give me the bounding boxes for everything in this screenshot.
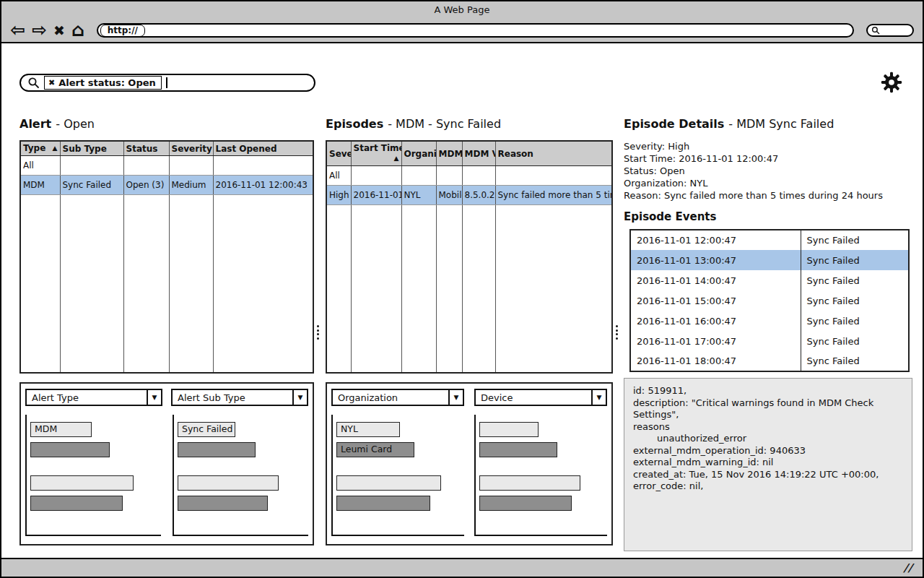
panel-subtitle-text: - MDM - Sync Failed <box>388 117 501 131</box>
chart-bar[interactable] <box>479 496 572 511</box>
column-label: Severity <box>329 149 351 159</box>
table-cell <box>123 156 169 176</box>
chart-bar[interactable] <box>479 442 557 457</box>
chevron-down-icon[interactable]: ▼ <box>292 390 307 405</box>
details-panel-title: Episode Details- MDM Sync Failed <box>624 117 912 136</box>
top-filter-bar: ✖ Alert status: Open <box>19 74 910 100</box>
episode-details-panel: Episode Details- MDM Sync Failed Severit… <box>624 117 912 551</box>
episode-row-selected[interactable]: High 2016-11-01 NYL Mobile 8.5.0.2 Sync … <box>326 186 612 205</box>
table-cell: 2016-11-01 12:00:43 <box>213 176 313 195</box>
panel-splitter[interactable] <box>614 117 620 547</box>
chart-bar[interactable] <box>178 475 279 491</box>
alert-panel-title: Alert- Open <box>19 117 314 136</box>
chart-bar[interactable] <box>479 422 539 437</box>
settings-gear-icon[interactable] <box>879 70 904 95</box>
alert-table: Type▲ Sub Type Status Severity Last Open… <box>19 140 314 374</box>
column-header-organization[interactable]: Organization <box>401 141 436 166</box>
browser-titlebar: A Web Page <box>1 1 923 19</box>
episodes-charts: NYLLeumi Card <box>331 415 607 536</box>
episode-event-row[interactable]: 2016-11-01 16:00:47 Sync Failed <box>630 311 909 331</box>
browser-title: A Web Page <box>435 4 490 15</box>
chart-bar-nyl[interactable]: NYL <box>336 422 400 437</box>
chart-bar[interactable] <box>479 475 580 491</box>
column-header-severity[interactable]: Severity <box>326 141 351 166</box>
home-icon[interactable]: ⌂ <box>71 20 84 41</box>
column-header-severity[interactable]: Severity <box>169 141 213 156</box>
chevron-down-icon[interactable]: ▼ <box>591 390 606 405</box>
remove-filter-icon[interactable]: ✖ <box>48 78 55 87</box>
column-header-status[interactable]: Status <box>123 141 169 156</box>
chart-bar[interactable] <box>178 442 256 457</box>
filter-tag[interactable]: ✖ Alert status: Open <box>44 76 162 90</box>
panel-splitter[interactable] <box>315 117 321 547</box>
resize-handle-icon[interactable]: // <box>902 561 916 574</box>
event-name: Sync Failed <box>801 351 909 371</box>
table-cell: High <box>326 186 351 205</box>
column-label: Start Time <box>354 143 402 153</box>
chevron-down-icon[interactable]: ▼ <box>448 390 463 405</box>
episode-event-row[interactable]: 2016-11-01 15:00:47 Sync Failed <box>630 290 909 311</box>
episode-event-row[interactable]: 2016-11-01 12:00:47 Sync Failed <box>630 230 909 250</box>
table-cell: Open (3) <box>123 176 169 195</box>
episode-event-row[interactable]: 2016-11-01 17:00:47 Sync Failed <box>630 331 909 351</box>
column-header-reason[interactable]: Reason <box>495 141 612 166</box>
device-dropdown[interactable]: Device ▼ <box>474 389 607 406</box>
sort-asc-icon: ▲ <box>394 153 399 164</box>
text-cursor <box>166 77 167 88</box>
browser-search-box[interactable] <box>866 24 914 37</box>
column-label: Last Opened <box>216 144 277 154</box>
episode-events-heading: Episode Events <box>624 210 912 225</box>
dropdown-label: Alert Sub Type <box>173 392 292 403</box>
column-header-sub-type[interactable]: Sub Type <box>60 141 123 156</box>
column-header-mdm-version[interactable]: MDM Version <box>462 141 495 166</box>
alert-charts: MDM Sync Failed <box>25 415 308 536</box>
chevron-down-icon[interactable]: ▼ <box>147 390 161 405</box>
column-header-type[interactable]: Type▲ <box>20 141 60 156</box>
chart-bar[interactable] <box>336 475 441 491</box>
chart-bar-mdm[interactable]: MDM <box>30 422 92 437</box>
back-arrow-icon[interactable]: ⇦ <box>10 20 25 41</box>
splitter-handle-icon[interactable] <box>317 325 319 340</box>
table-cell <box>495 166 612 186</box>
column-label: Severity <box>172 144 212 154</box>
dropdown-label: Device <box>476 392 591 403</box>
organization-dropdown[interactable]: Organization ▼ <box>331 389 464 406</box>
chart-bar[interactable] <box>30 442 110 457</box>
alert-sub-type-dropdown[interactable]: Alert Sub Type ▼ <box>171 389 308 406</box>
url-bar[interactable]: http:// <box>97 23 854 38</box>
column-label: Type <box>23 143 45 153</box>
stop-icon[interactable]: ✖ <box>53 20 65 41</box>
chart-bar-leumi-card[interactable]: Leumi Card <box>336 442 414 457</box>
column-header-last-opened[interactable]: Last Opened <box>213 141 313 156</box>
event-raw-text: id: 519911, description: "Critical warni… <box>633 385 903 493</box>
episode-detail-fields: Severity: High Start Time: 2016-11-01 12… <box>624 140 912 202</box>
column-header-start-time[interactable]: Start Time▲ <box>351 141 401 166</box>
column-header-mdm[interactable]: MDM <box>436 141 462 166</box>
episode-event-row[interactable]: 2016-11-01 14:00:47 Sync Failed <box>630 270 909 290</box>
detail-organization: Organization: NYL <box>624 177 912 189</box>
table-cell <box>401 166 436 186</box>
alert-type-dropdown[interactable]: Alert Type ▼ <box>25 389 162 406</box>
episode-event-row[interactable]: 2016-11-01 18:00:47 Sync Failed <box>630 351 909 371</box>
episode-row-all[interactable]: All <box>326 166 612 186</box>
chart-bar[interactable] <box>30 475 134 491</box>
column-label: Reason <box>498 149 533 159</box>
alert-row-all[interactable]: All <box>20 156 313 176</box>
sort-asc-icon: ▲ <box>53 143 58 154</box>
chart-bar[interactable] <box>30 496 123 511</box>
splitter-handle-icon[interactable] <box>616 325 618 340</box>
table-cell <box>60 156 123 176</box>
alert-row-mdm-selected[interactable]: MDM Sync Failed Open (3) Medium 2016-11-… <box>20 176 313 195</box>
chart-bar[interactable] <box>336 496 430 511</box>
dropdown-label: Alert Type <box>27 392 147 403</box>
event-time: 2016-11-01 16:00:47 <box>630 311 801 331</box>
dropdown-label: Organization <box>333 392 448 403</box>
episode-event-row-selected[interactable]: 2016-11-01 13:00:47 Sync Failed <box>630 250 909 270</box>
panel-title-text: Episodes <box>326 117 383 131</box>
forward-arrow-icon[interactable]: ⇨ <box>32 20 47 41</box>
chart-bar[interactable] <box>178 496 268 511</box>
table-cell <box>436 166 462 186</box>
table-cell: 2016-11-01 <box>351 186 401 205</box>
chart-bar-sync-failed[interactable]: Sync Failed <box>178 422 235 437</box>
search-filter-input[interactable]: ✖ Alert status: Open <box>19 74 315 92</box>
